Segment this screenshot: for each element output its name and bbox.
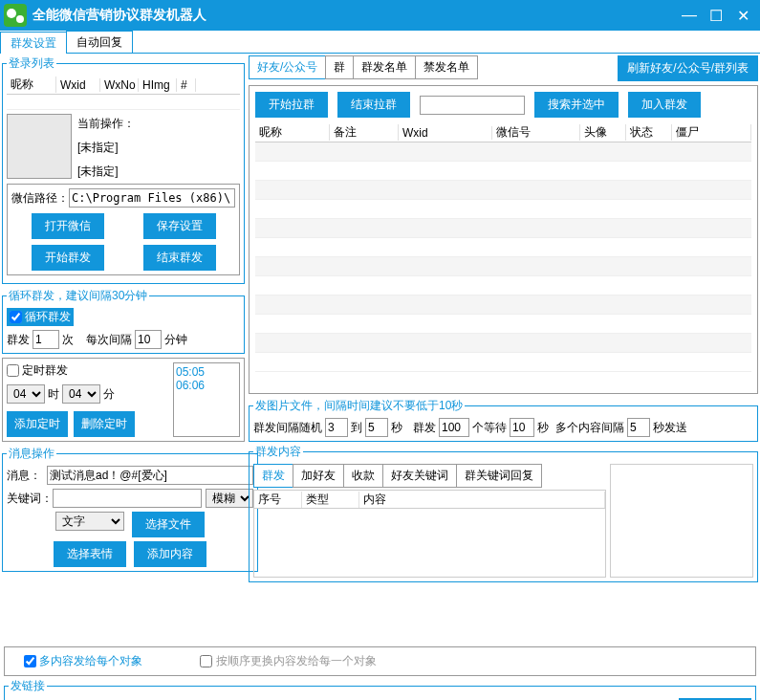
- choose-emoji-button[interactable]: 选择表情: [54, 541, 126, 567]
- loop-check-label[interactable]: 循环群发: [7, 308, 74, 326]
- content-type-select[interactable]: 文字: [55, 512, 124, 531]
- not-specified-1: [未指定]: [77, 140, 135, 156]
- batch-wait-input[interactable]: [510, 418, 534, 437]
- search-input[interactable]: [420, 96, 525, 115]
- add-timer-button[interactable]: 添加定时: [7, 411, 68, 437]
- seq-content-label[interactable]: 按顺序更换内容发给每一个对象: [200, 653, 376, 669]
- login-table-header: 昵称 Wxid WxNo HImg #: [7, 76, 240, 95]
- start-pull-button[interactable]: 开始拉群: [255, 92, 328, 118]
- msg-op-group: 消息操作 消息： 关键词： 模糊 文字 选择文件 选择表情 添加内容: [2, 446, 258, 572]
- maximize-button[interactable]: ☐: [703, 2, 729, 29]
- tab-block-list[interactable]: 禁发名单: [415, 55, 478, 79]
- timer-list[interactable]: 05:05 06:06: [173, 362, 240, 437]
- end-send-button[interactable]: 结束群发: [143, 245, 216, 271]
- rand-min-input[interactable]: [325, 418, 348, 437]
- subtab-send[interactable]: 群发: [253, 464, 293, 488]
- multi-content-checkbox[interactable]: [24, 655, 36, 667]
- timer-hour-select[interactable]: 04: [7, 384, 45, 404]
- multi-content-label[interactable]: 多内容发给每个对象: [24, 653, 142, 669]
- loop-checkbox[interactable]: [10, 311, 22, 323]
- loop-interval-input[interactable]: [135, 330, 162, 349]
- keyword-input[interactable]: [53, 489, 202, 508]
- loop-send-group: 循环群发，建议间隔30分钟 循环群发 群发 次 每次间隔 分钟: [2, 288, 245, 354]
- tab-send-settings[interactable]: 群发设置: [0, 32, 67, 54]
- tab-auto-reply[interactable]: 自动回复: [66, 31, 133, 53]
- send-content-legend: 群发内容: [253, 444, 303, 460]
- window-title: 全能微信营销协议群发机器人: [33, 7, 676, 24]
- wx-path-label: 微信路径：: [11, 190, 69, 207]
- timer-min-select[interactable]: 04: [62, 384, 100, 404]
- add-content-button[interactable]: 添加内容: [134, 541, 206, 567]
- subtab-collect[interactable]: 收款: [343, 464, 383, 488]
- seq-content-checkbox[interactable]: [200, 655, 212, 667]
- msg-op-legend: 消息操作: [7, 446, 56, 462]
- tab-send-list[interactable]: 群发名单: [353, 55, 416, 79]
- current-op-label: 当前操作：: [77, 116, 135, 132]
- refresh-button[interactable]: 刷新好友/公众号/群列表: [618, 55, 758, 81]
- open-wechat-button[interactable]: 打开微信: [32, 213, 104, 239]
- subtab-friendkw[interactable]: 好友关键词: [382, 464, 457, 488]
- save-config-button[interactable]: 保存设置: [143, 213, 216, 239]
- subtab-groupkw[interactable]: 群关键词回复: [456, 464, 542, 488]
- del-timer-button[interactable]: 删除定时: [74, 411, 135, 437]
- tab-friends[interactable]: 好友/公众号: [249, 55, 326, 79]
- avatar: [7, 114, 72, 179]
- send-content-group: 群发内容 群发 加好友 收款 好友关键词 群关键词回复 序号 类型 内容: [249, 444, 758, 582]
- friends-table-header: 昵称 备注 Wxid 微信号 头像 状态 僵尸: [255, 123, 751, 142]
- pic-send-group: 发图片文件，间隔时间建议不要低于10秒 群发间隔随机 到 秒 群发 个等待 秒 …: [249, 398, 758, 442]
- pic-send-legend: 发图片文件，间隔时间建议不要低于10秒: [253, 398, 465, 414]
- wechat-icon: [4, 4, 27, 27]
- link-legend: 发链接: [9, 678, 47, 694]
- content-gap-input[interactable]: [627, 418, 650, 437]
- wx-path-input[interactable]: [69, 188, 235, 208]
- timer-check-label[interactable]: 定时群发: [7, 363, 68, 377]
- friends-table-body[interactable]: [255, 142, 751, 387]
- content-table-body[interactable]: [253, 509, 606, 578]
- close-button[interactable]: ✕: [729, 2, 756, 29]
- timer-item[interactable]: 06:06: [176, 379, 237, 392]
- loop-legend: 循环群发，建议间隔30分钟: [7, 288, 149, 304]
- choose-file-button[interactable]: 选择文件: [132, 512, 205, 537]
- link-group: 发链接 标题: 摘要: 图片: 链接: 复制链接: [4, 678, 756, 700]
- batch-count-input[interactable]: [439, 418, 469, 437]
- start-send-button[interactable]: 开始群发: [32, 245, 104, 271]
- loop-count-input[interactable]: [33, 330, 59, 349]
- login-table-body: [7, 95, 240, 110]
- minimize-button[interactable]: —: [676, 2, 703, 29]
- subtab-addfriend[interactable]: 加好友: [293, 464, 344, 488]
- add-to-send-button[interactable]: 加入群发: [628, 92, 701, 118]
- timer-checkbox[interactable]: [7, 364, 19, 377]
- login-list-group: 登录列表 昵称 Wxid WxNo HImg # 当前操作： [未指定] [未指…: [2, 55, 245, 284]
- search-select-button[interactable]: 搜索并选中: [534, 92, 619, 118]
- tab-groups[interactable]: 群: [325, 55, 354, 79]
- not-specified-2: [未指定]: [77, 164, 135, 180]
- login-list-legend: 登录列表: [7, 55, 56, 72]
- content-preview: [610, 464, 753, 578]
- timer-item[interactable]: 05:05: [176, 365, 237, 379]
- fuzzy-select[interactable]: 模糊: [206, 489, 253, 508]
- rand-max-input[interactable]: [365, 418, 388, 437]
- end-pull-button[interactable]: 结束拉群: [337, 92, 410, 118]
- message-input[interactable]: [47, 466, 253, 485]
